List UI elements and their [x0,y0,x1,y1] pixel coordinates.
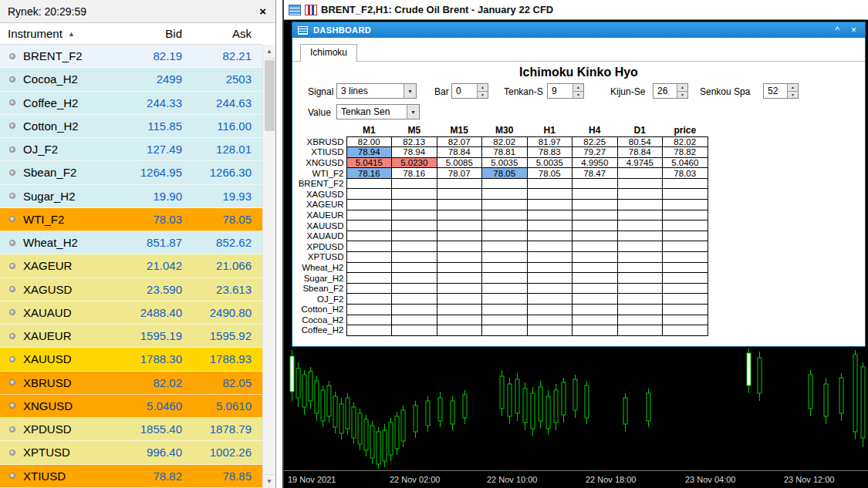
ask-value: 1788.93 [194,352,262,365]
spin-down-icon[interactable]: ▼ [677,92,687,99]
market-watch-row-XAGUSD[interactable]: XAGUSD23.59023.613 [0,278,262,301]
market-watch-row-OJ_F2[interactable]: OJ_F2127.49128.01 [0,138,262,161]
sort-asc-icon: ▲ [68,30,75,38]
collapse-icon[interactable]: ^ [832,25,843,35]
ichimoku-cell [527,178,572,189]
instrument-dot-icon [9,402,15,409]
bar-spinner[interactable]: 0 ▲ ▼ [451,83,488,99]
ichimoku-cell [617,305,663,315]
spin-up-icon[interactable]: ▲ [788,84,798,92]
ichimoku-cell [663,200,708,210]
row-label: Sugar_H2 [292,273,346,284]
scroll-thumb[interactable] [265,60,275,131]
market-watch-row-XAUAUD[interactable]: XAUAUD2488.402490.80 [0,301,262,325]
tenkan-value: 9 [548,84,572,98]
close-icon[interactable]: × [848,25,860,35]
tab-ichimoku[interactable]: Ichimoku [300,44,357,62]
ichimoku-cell [482,252,528,263]
dashboard-titlebar[interactable]: DASHBOARD ^ × [292,22,865,38]
market-watch-row-Coffee_H2[interactable]: Coffee_H2244.33244.63 [0,92,262,115]
market-watch-row-Sbean_F2[interactable]: Sbean_F21264.951266.30 [0,161,262,184]
ichimoku-cell: 82.07 [437,136,482,147]
market-watch-titlebar[interactable]: Rynek: 20:29:59 × [0,0,275,23]
ichimoku-cell: 78.07 [437,168,482,179]
value-dropdown[interactable]: Tenkan Sen ▼ [336,104,420,119]
ichimoku-cell [527,200,572,210]
signal-dropdown[interactable]: 3 lines ▼ [336,83,417,99]
ichimoku-cell: 78.81 [482,147,528,158]
column-ask[interactable]: Ask [194,27,262,40]
ichimoku-row-WTI_F2: WTI_F278.1678.1678.0778.0578.0578.4778.0… [292,168,708,179]
senkou-value: 52 [764,84,787,98]
ichimoku-cell [392,200,437,210]
spinner-arrows: ▲ ▼ [477,84,488,98]
ask-value: 244.63 [194,96,262,109]
close-icon[interactable]: × [259,5,266,18]
ichimoku-cell [663,325,708,336]
instrument-name: XAGEUR [23,259,121,272]
chevron-down-icon[interactable]: ▼ [407,105,419,119]
market-watch-row-Wheat_H2[interactable]: Wheat_H2851.87852.62 [0,231,262,254]
spin-down-icon[interactable]: ▼ [788,92,798,99]
market-watch-scrollbar[interactable]: ▲ ▼ [262,45,275,488]
tenkan-spinner[interactable]: 9 ▲ ▼ [547,83,584,99]
senkou-spinner[interactable]: 52 ▲ ▼ [763,83,799,99]
ichimoku-cell: 5.0035 [482,157,528,168]
market-watch-row-XAUUSD[interactable]: XAUUSD1788.301788.93 [0,348,262,371]
market-watch-row-XNGUSD[interactable]: XNGUSD5.04605.0610 [0,395,262,418]
chevron-down-icon[interactable]: ▼ [404,84,416,98]
bid-value: 82.02 [121,376,194,389]
column-instrument[interactable]: Instrument ▲ [0,27,121,40]
ichimoku-cell [346,262,392,273]
ichimoku-cell [527,262,572,273]
kijun-spinner[interactable]: 26 ▲ ▼ [653,83,688,99]
spin-up-icon[interactable]: ▲ [478,84,488,92]
spin-down-icon[interactable]: ▼ [573,92,583,99]
market-watch-row-Cocoa_H2[interactable]: Cocoa_H224992503 [0,68,262,91]
scroll-up-icon[interactable]: ▲ [263,45,275,59]
bid-value: 21.042 [121,259,194,272]
instrument-dot-icon [9,333,15,339]
market-watch-row-WTI_F2[interactable]: WTI_F278.0378.05 [0,208,262,231]
ichimoku-cell: 78.16 [392,168,437,179]
instrument-dot-icon [9,356,15,362]
ichimoku-cell [663,210,708,220]
spin-down-icon[interactable]: ▼ [478,92,488,99]
spin-up-icon[interactable]: ▲ [677,84,687,92]
candlestick-icon [305,5,317,15]
dashboard-window: DASHBOARD ^ × Ichimoku Ichimoku Kinko Hy… [292,22,866,347]
market-watch-row-Sugar_H2[interactable]: Sugar_H219.9019.93 [0,185,262,208]
menu-icon[interactable] [298,26,308,35]
market-watch-row-Cotton_H2[interactable]: Cotton_H2115.85116.00 [0,115,262,138]
market-watch-row-XPDUSD[interactable]: XPDUSD1855.401878.79 [0,418,262,441]
market-watch-row-BRENT_F2[interactable]: BRENT_F282.1982.21 [0,45,262,68]
row-label: XBRUSD [292,136,346,147]
market-watch-row-XAGEUR[interactable]: XAGEUR21.04221.066 [0,254,262,278]
ichimoku-cell: 79.27 [572,147,618,158]
ichimoku-cell [437,178,482,189]
ichimoku-cell: 5.0035 [527,157,572,168]
spinner-arrows: ▲ ▼ [572,84,583,98]
spin-up-icon[interactable]: ▲ [573,84,583,92]
instrument-dot-icon [9,309,15,315]
instrument-dot-icon [9,216,15,222]
ichimoku-row-XPTUSD: XPTUSD [292,252,708,263]
instrument-name: Sbean_F2 [23,166,121,179]
market-watch-row-XAUEUR[interactable]: XAUEUR1595.191595.92 [0,325,262,348]
ichimoku-cell [437,210,482,220]
ichimoku-cell [392,241,437,252]
senkou-label: Senkou Spa [700,86,762,97]
ichimoku-row-XAGEUR: XAGEUR [292,200,708,210]
market-watch-row-XPTUSD[interactable]: XPTUSD996.401002.26 [0,441,262,464]
ichimoku-cell [572,220,618,231]
ichimoku-cell [572,178,618,189]
ichimoku-cell [572,252,618,263]
ichimoku-row-Coffee_H2: Coffee_H2 [292,325,708,336]
column-bid[interactable]: Bid [121,27,194,40]
chart-titlebar[interactable]: BRENT_F2,H1: Crude Oil Brent - January 2… [284,0,868,20]
scroll-down-icon[interactable]: ▼ [263,474,275,488]
instrument-name: Cocoa_H2 [23,72,121,86]
bid-value: 1264.95 [121,166,194,179]
market-watch-row-XTIUSD[interactable]: XTIUSD78.8278.85 [0,465,262,488]
market-watch-row-XBRUSD[interactable]: XBRUSD82.0282.05 [0,372,262,395]
